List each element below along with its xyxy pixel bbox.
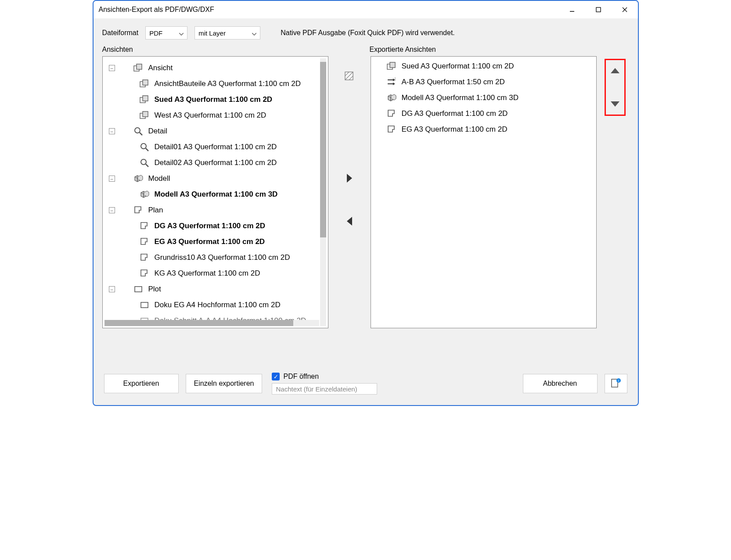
list-item[interactable]: Sued A3 Querformat 1:100 cm 2D <box>374 58 594 74</box>
layer-value: mit Layer <box>198 29 226 37</box>
tree-group-detail[interactable]: – Detail <box>105 123 325 139</box>
horizontal-scrollbar[interactable] <box>104 320 319 326</box>
bottom-bar: Exportieren Einzeln exportieren ✓ PDF öf… <box>102 370 629 399</box>
suffix-placeholder: Nachtext (für Einzeldateien) <box>276 385 357 393</box>
tree-item[interactable]: KG A3 Querformat 1:100 cm 2D <box>105 266 325 281</box>
open-pdf-label: PDF öffnen <box>283 373 319 381</box>
minimize-button[interactable] <box>559 1 585 18</box>
tree-group-modell[interactable]: – Modell <box>105 171 325 187</box>
add-button[interactable] <box>342 171 356 185</box>
svg-rect-18 <box>596 7 601 12</box>
collapse-icon[interactable]: – <box>109 286 115 292</box>
tree-group-label: Detail <box>148 127 167 136</box>
remove-button[interactable] <box>342 214 356 228</box>
open-pdf-checkbox[interactable]: ✓ PDF öffnen <box>272 373 515 381</box>
maximize-button[interactable] <box>585 1 612 18</box>
list-item[interactable]: EG A3 Querformat 1:100 cm 2D <box>374 122 594 137</box>
format-value: PDF <box>149 29 162 37</box>
scroll-thumb[interactable] <box>320 62 326 237</box>
list-item[interactable]: Modell A3 Querformat 1:100 cm 3D <box>374 90 594 106</box>
collapse-icon[interactable]: – <box>109 207 115 213</box>
collapse-icon[interactable]: – <box>109 176 115 182</box>
info-icon <box>611 378 621 389</box>
chevron-left-icon <box>347 217 352 226</box>
tree-item[interactable]: Modell A3 Querformat 1:100 cm 3D <box>105 187 325 202</box>
tree-item[interactable]: Detail01 A3 Querformat 1:100 cm 2D <box>105 139 325 155</box>
tree-group-label: Modell <box>148 174 170 183</box>
list-item-label: DG A3 Querformat 1:100 cm 2D <box>402 109 508 118</box>
list-item-label: A-B A3 Querformat 1:50 cm 2D <box>402 78 505 86</box>
tree-item[interactable]: West A3 Querformat 1:100 cm 2D <box>105 108 325 123</box>
tree-item-label: Grundriss10 A3 Querformat 1:100 cm 2D <box>155 253 290 262</box>
titlebar: Ansichten-Export als PDF/DWG/DXF <box>94 1 638 18</box>
triangle-down-icon <box>611 101 619 107</box>
list-item-label: Modell A3 Querformat 1:100 cm 3D <box>402 93 519 102</box>
export-button[interactable]: Exportieren <box>104 374 179 393</box>
dialog-body: Dateiformat PDF mit Layer Native PDF Aus… <box>94 18 638 405</box>
close-button[interactable] <box>612 1 638 18</box>
move-up-button[interactable] <box>608 64 622 78</box>
exported-list[interactable]: Sued A3 Querformat 1:100 cm 2D A-B A3 Qu… <box>371 56 597 328</box>
tree-group-plan[interactable]: – Plan <box>105 202 325 218</box>
info-button[interactable] <box>605 374 627 393</box>
model-icon <box>133 174 143 183</box>
collapse-icon[interactable]: – <box>109 128 115 134</box>
suffix-input[interactable]: Nachtext (für Einzeldateien) <box>272 383 377 395</box>
list-item-label: EG A3 Querformat 1:100 cm 2D <box>402 125 508 134</box>
tree-item[interactable]: AnsichtBauteile A3 Querformat 1:100 cm 2… <box>105 76 325 92</box>
tree-item-label: West A3 Querformat 1:100 cm 2D <box>155 111 266 120</box>
cancel-button[interactable]: Abbrechen <box>523 374 598 393</box>
move-down-button[interactable] <box>608 97 622 111</box>
model-icon <box>140 190 149 199</box>
list-item[interactable]: DG A3 Querformat 1:100 cm 2D <box>374 106 594 122</box>
collapse-icon[interactable]: – <box>109 65 115 71</box>
tree-group-plot[interactable]: – Plot <box>105 281 325 297</box>
tree-item-label: KG A3 Querformat 1:100 cm 2D <box>155 269 260 278</box>
plan-icon <box>387 109 396 118</box>
tree-group-label: Plot <box>148 285 161 294</box>
view-icon <box>140 79 149 89</box>
tree-item[interactable]: Grundriss10 A3 Querformat 1:100 cm 2D <box>105 250 325 266</box>
model-icon <box>387 93 396 103</box>
window-title: Ansichten-Export als PDF/DWG/DXF <box>99 6 559 14</box>
tree-item-label: AnsichtBauteile A3 Querformat 1:100 cm 2… <box>155 79 301 88</box>
plan-icon <box>140 269 149 278</box>
layer-combo[interactable]: mit Layer <box>194 26 260 39</box>
tree-item[interactable]: EG A3 Querformat 1:100 cm 2D <box>105 234 325 250</box>
views-tree[interactable]: – Ansicht AnsichtBauteile A3 Querformat … <box>102 56 328 328</box>
right-header: Exportierte Ansichten <box>370 46 596 54</box>
tree-item-label: Doku EG A4 Hochformat 1:100 cm 2D <box>155 301 281 309</box>
view-icon <box>387 61 396 71</box>
vertical-scrollbar[interactable] <box>320 58 326 326</box>
tree-item-label: Detail02 A3 Querformat 1:100 cm 2D <box>155 158 277 167</box>
tree-item[interactable]: DG A3 Querformat 1:100 cm 2D <box>105 218 325 234</box>
options-column: ✓ PDF öffnen Nachtext (für Einzeldateien… <box>272 373 515 395</box>
chevron-down-icon <box>252 29 256 37</box>
list-item[interactable]: A-B A3 Querformat 1:50 cm 2D <box>374 74 594 90</box>
tree-group-ansicht[interactable]: – Ansicht <box>105 60 325 76</box>
export-label: Exportieren <box>123 380 159 388</box>
magnifier-icon <box>140 158 149 168</box>
view-icon <box>140 111 149 120</box>
transfer-column <box>336 69 363 228</box>
plan-icon <box>387 125 396 134</box>
view-icon <box>133 63 143 73</box>
list-item-label: Sued A3 Querformat 1:100 cm 2D <box>402 62 514 71</box>
tree-item[interactable]: Detail02 A3 Querformat 1:100 cm 2D <box>105 155 325 171</box>
lists-area: Ansichten Exportierte Ansichten – Ansich… <box>102 46 629 328</box>
format-note: Native PDF Ausgabe (Foxit Quick PDF) wir… <box>281 29 455 37</box>
chevron-right-icon <box>347 174 352 183</box>
format-combo[interactable]: PDF <box>145 26 187 39</box>
top-row: Dateiformat PDF mit Layer Native PDF Aus… <box>102 26 629 39</box>
tree-item[interactable]: Sued A3 Querformat 1:100 cm 2D <box>105 92 325 108</box>
format-label: Dateiformat <box>102 29 139 37</box>
export-single-button[interactable]: Einzeln exportieren <box>186 374 263 393</box>
tree-item-label: DG A3 Querformat 1:100 cm 2D <box>155 222 266 230</box>
tree-group-label: Plan <box>148 206 163 215</box>
chevron-down-icon <box>179 29 184 37</box>
tree-item[interactable]: Doku EG A4 Hochformat 1:100 cm 2D <box>105 297 325 313</box>
hatch-button[interactable] <box>342 69 356 83</box>
scroll-thumb[interactable] <box>104 320 293 326</box>
tree-item-label: EG A3 Querformat 1:100 cm 2D <box>155 237 265 246</box>
export-single-label: Einzeln exportieren <box>194 380 254 388</box>
